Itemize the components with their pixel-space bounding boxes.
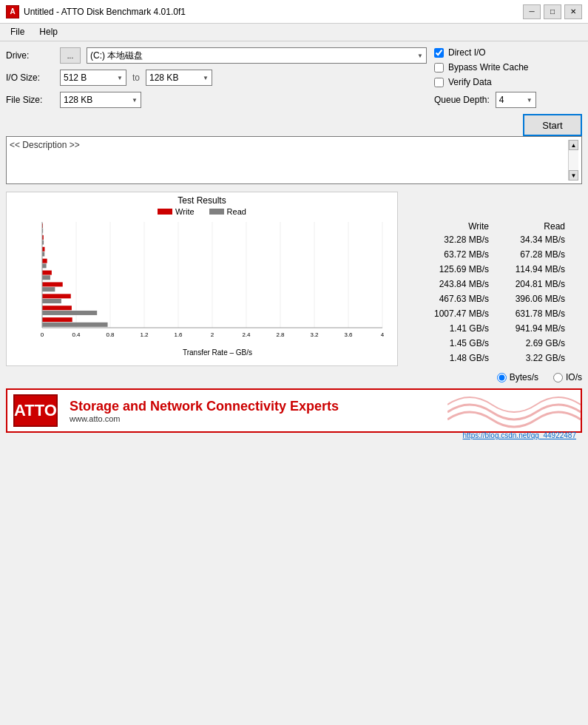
svg-rect-29: [42, 247, 44, 252]
svg-rect-45: [42, 311, 97, 315]
read-value: 396.06 MB/s: [495, 294, 565, 304]
svg-text:2: 2: [211, 331, 214, 338]
read-legend-label: Read: [227, 207, 246, 216]
verify-data-label[interactable]: Verify Data: [448, 77, 492, 87]
menu-file[interactable]: File: [3, 25, 32, 39]
minimize-button[interactable]: ─: [523, 4, 541, 19]
chart-bars-wrap: 00.40.81.21.622.42.83.23.64512 B1 KB2 KB…: [41, 219, 394, 357]
scroll-down-button[interactable]: ▼: [569, 170, 578, 181]
direct-io-checkbox[interactable]: [434, 48, 444, 58]
chart-container: Test Results Write Read: [6, 192, 398, 366]
write-value: 125.69 MB/s: [419, 264, 489, 274]
svg-rect-48: [42, 323, 108, 327]
scroll-up-button[interactable]: ▲: [569, 140, 578, 150]
io-size-to-arrow: ▼: [203, 75, 209, 81]
svg-rect-42: [42, 299, 61, 303]
description-text[interactable]: << Description >>: [10, 140, 568, 181]
read-value: 941.94 MB/s: [495, 323, 565, 334]
svg-text:2.8: 2.8: [276, 331, 285, 338]
direct-io-row: Direct I/O: [434, 47, 582, 58]
description-box: << Description >> ▲ ▼: [6, 136, 582, 184]
io-per-sec-label[interactable]: IO/s: [566, 372, 582, 382]
write-legend-label: Write: [175, 207, 194, 216]
svg-text:1.2: 1.2: [140, 331, 149, 338]
browse-button[interactable]: ...: [60, 47, 81, 64]
svg-text:1.6: 1.6: [174, 331, 183, 338]
file-size-label: File Size:: [6, 95, 54, 105]
svg-rect-39: [42, 287, 55, 291]
chart-title: Test Results: [10, 195, 394, 206]
io-per-sec-radio[interactable]: IO/s: [553, 372, 582, 382]
read-value: 67.28 MB/s: [495, 249, 565, 260]
verify-data-checkbox[interactable]: [434, 78, 444, 87]
read-value: 631.78 MB/s: [495, 308, 565, 319]
atto-tagline: Storage and Network Connectivity Experts: [70, 399, 339, 414]
queue-depth-label: Queue Depth:: [434, 95, 490, 105]
write-value: 1007.47 MB/s: [419, 308, 489, 319]
write-value: 467.63 MB/s: [419, 294, 489, 304]
read-header: Read: [495, 221, 565, 232]
results-table: Write Read 32.28 MB/s34.34 MB/s63.72 MB/…: [405, 190, 568, 366]
svg-rect-44: [42, 306, 72, 310]
file-size-combo[interactable]: 128 KB ▼: [60, 92, 141, 108]
app-icon: A: [6, 5, 19, 18]
result-row: 125.69 MB/s114.94 MB/s: [405, 263, 568, 276]
legend-read: Read: [209, 207, 246, 216]
start-button[interactable]: Start: [523, 114, 582, 136]
svg-rect-38: [42, 282, 63, 286]
title-bar: A Untitled - ATTO Disk Benchmark 4.01.0f…: [0, 0, 588, 24]
svg-text:0: 0: [41, 331, 44, 338]
read-value: 34.34 MB/s: [495, 235, 565, 245]
menu-help[interactable]: Help: [32, 25, 65, 39]
result-row: 63.72 MB/s67.28 MB/s: [405, 248, 568, 261]
close-button[interactable]: ✕: [564, 4, 582, 19]
maximize-button[interactable]: □: [544, 4, 561, 19]
bypass-write-cache-label[interactable]: Bypass Write Cache: [448, 62, 529, 72]
io-size-from-arrow: ▼: [117, 75, 123, 81]
write-value: 1.45 GB/s: [419, 338, 489, 348]
drive-value: (C:) 本地磁盘: [90, 50, 143, 62]
direct-io-label[interactable]: Direct I/O: [448, 47, 486, 58]
write-value: 63.72 MB/s: [419, 249, 489, 260]
atto-banner: ATTO Storage and Network Connectivity Ex…: [6, 388, 582, 433]
bypass-write-cache-checkbox[interactable]: [434, 63, 444, 72]
svg-text:0.8: 0.8: [106, 331, 115, 338]
bytes-per-sec-label[interactable]: Bytes/s: [510, 372, 538, 382]
chart-legend: Write Read: [10, 207, 394, 216]
drive-label: Drive:: [6, 50, 54, 61]
results-section: Test Results Write Read: [6, 190, 582, 366]
io-size-to-combo[interactable]: 128 KB ▼: [146, 70, 212, 86]
main-area: Drive: ... (C:) 本地磁盘 ▼ I/O Size: 512 B ▼…: [0, 41, 588, 448]
queue-depth-arrow: ▼: [527, 97, 533, 104]
chart-x-title: Transfer Rate – GB/s: [41, 348, 394, 357]
svg-rect-41: [42, 294, 71, 298]
io-size-to-value: 128 KB: [149, 72, 178, 83]
svg-rect-47: [42, 317, 72, 322]
result-row: 243.84 MB/s204.81 MB/s: [405, 277, 568, 291]
atto-wave-decoration: [447, 390, 581, 433]
read-value: 204.81 MB/s: [495, 279, 565, 289]
to-separator: to: [132, 72, 140, 83]
bytes-per-sec-radio[interactable]: Bytes/s: [497, 372, 538, 382]
read-legend-color: [209, 209, 224, 215]
io-per-sec-radio-input[interactable]: [553, 373, 563, 382]
result-row: 1.41 GB/s941.94 MB/s: [405, 322, 568, 335]
drive-row: Drive: ... (C:) 本地磁盘 ▼: [6, 47, 427, 64]
io-size-row: I/O Size: 512 B ▼ to 128 KB ▼: [6, 70, 427, 86]
result-row: 1.48 GB/s3.22 GB/s: [405, 351, 568, 365]
atto-logo: ATTO: [13, 394, 58, 427]
write-value: 243.84 MB/s: [419, 279, 489, 289]
io-size-from-combo[interactable]: 512 B ▼: [60, 70, 126, 86]
legend-write: Write: [158, 207, 194, 216]
chart-y-labels: [10, 219, 41, 222]
window-title: Untitled - ATTO Disk Benchmark 4.01.0f1: [24, 7, 186, 17]
queue-depth-combo[interactable]: 4 ▼: [496, 92, 536, 108]
write-value: 32.28 MB/s: [419, 235, 489, 245]
svg-rect-33: [42, 263, 47, 268]
svg-text:0.4: 0.4: [72, 331, 81, 338]
bytes-per-sec-radio-input[interactable]: [497, 373, 507, 382]
atto-text: Storage and Network Connectivity Experts…: [70, 399, 339, 423]
result-row: 32.28 MB/s34.34 MB/s: [405, 233, 568, 246]
svg-text:4: 4: [381, 331, 385, 338]
drive-combo[interactable]: (C:) 本地磁盘 ▼: [87, 47, 427, 64]
